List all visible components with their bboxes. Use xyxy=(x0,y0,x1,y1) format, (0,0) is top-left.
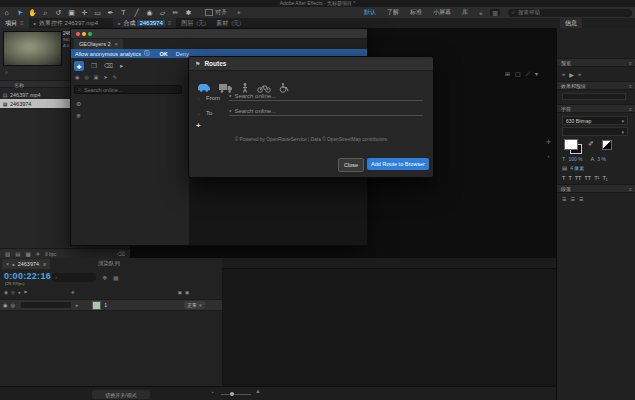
pan-behind-tool-icon[interactable]: ✛ xyxy=(78,7,91,18)
shape-tool-icon[interactable]: ▭ xyxy=(91,7,104,18)
eraser-tool-icon[interactable]: ▱ xyxy=(156,7,169,18)
camera-tool-icon[interactable]: ▣ xyxy=(65,7,78,18)
fill-color-swatch[interactable] xyxy=(564,139,578,150)
tab-project[interactable]: 项目 ≡ xyxy=(0,18,29,28)
trash-icon[interactable]: ⌫ xyxy=(117,251,125,257)
viewer-edge-icon-1[interactable]: ✛ xyxy=(546,138,551,145)
duplicate-icon[interactable]: ❐ xyxy=(91,62,97,70)
settings-gear-icon[interactable]: ⚙ xyxy=(76,100,81,107)
from-search-input[interactable]: ● Search online... xyxy=(229,91,423,101)
eyedropper-icon[interactable]: ✐ xyxy=(588,140,594,148)
brush-tool-icon[interactable]: ╱ xyxy=(130,7,143,18)
project-depth-label[interactable]: 8 bpc xyxy=(45,252,56,257)
add-route-to-browser-button[interactable]: Add Route to Browser xyxy=(367,158,429,170)
render-queue-tab[interactable]: 渲染队列 xyxy=(98,260,120,267)
effects-search-input[interactable] xyxy=(562,93,626,100)
workspace-tab-learn[interactable]: 了解 xyxy=(387,8,399,17)
section-character[interactable]: 字符 ≡ xyxy=(557,104,635,113)
timeline-search-input[interactable]: ⌕ xyxy=(52,273,96,282)
lock-column-icon[interactable]: ⚑ xyxy=(24,290,28,295)
faux-italic-icon[interactable]: T xyxy=(568,175,571,181)
align-left-icon[interactable]: ☰ xyxy=(562,196,570,202)
snap-icon[interactable]: ⌖ xyxy=(237,9,241,17)
tracking-value[interactable]: 3 % xyxy=(597,156,606,162)
composition-mini-flowchart-icon[interactable]: ❖ xyxy=(102,274,107,281)
align-checkbox[interactable] xyxy=(205,9,213,16)
faux-bold-icon[interactable]: T xyxy=(562,175,565,181)
section-effects-presets[interactable]: 效果和预设 ≡ xyxy=(557,81,635,90)
small-caps-icon[interactable]: TT xyxy=(584,175,591,181)
panel-box-icon[interactable]: ▥ xyxy=(490,9,500,16)
layer-label-chip[interactable] xyxy=(92,301,101,310)
timeline-zoom-slider[interactable] xyxy=(221,394,251,395)
interpret-footage-icon[interactable]: ▨ xyxy=(5,251,10,257)
freeze-icon[interactable]: ❄ xyxy=(76,112,81,119)
tab-composition[interactable]: ■ 合成 2463974 ≡ xyxy=(113,18,176,28)
switches-icon[interactable]: ▣ xyxy=(178,290,182,295)
workspace-tab-standard[interactable]: 标准 xyxy=(410,8,422,17)
to-search-input[interactable]: ● Search online... xyxy=(229,106,423,116)
help-search-input[interactable]: ⌕ 搜索帮助 xyxy=(508,9,632,17)
workspace-tab-libraries[interactable]: 库 xyxy=(462,8,468,17)
ruler-icon[interactable]: ⟋ xyxy=(526,71,535,77)
workspace-tab-default[interactable]: 默认 xyxy=(364,8,376,17)
pen-tool-icon[interactable]: ✒ xyxy=(104,7,117,18)
circle-draw-icon[interactable]: ◎ xyxy=(84,74,88,80)
close-window-icon[interactable] xyxy=(76,32,80,36)
layer-name-field[interactable] xyxy=(21,302,71,308)
add-layer-icon[interactable]: ✚ xyxy=(74,61,84,71)
new-folder-icon[interactable]: ▤ xyxy=(15,251,20,257)
all-caps-icon[interactable]: TT xyxy=(575,175,582,181)
home-tool-icon[interactable]: ⌂ xyxy=(0,7,13,18)
puppet-pin-tool-icon[interactable]: ✱ xyxy=(182,7,195,18)
close-icon[interactable]: × xyxy=(114,41,117,47)
point-draw-icon[interactable]: ◉ xyxy=(75,74,79,80)
geolayers-search-input[interactable]: ⌕ Search online... xyxy=(74,85,182,94)
superscript-icon[interactable]: T¹ xyxy=(594,175,599,181)
timeline-ruler[interactable] xyxy=(222,258,562,269)
pen-icon[interactable]: ✎ xyxy=(113,74,117,80)
font-family-dropdown[interactable]: 630 Bitmap ▾ xyxy=(562,116,628,125)
panel-menu-icon[interactable]: ≡ xyxy=(629,83,632,89)
panel-menu-icon[interactable]: ≡ xyxy=(629,60,632,66)
analytics-deny-button[interactable]: Deny xyxy=(176,51,189,57)
layer-visibility-icon[interactable]: ◉ xyxy=(3,302,7,308)
close-button[interactable]: Close xyxy=(338,158,364,172)
new-composition-icon[interactable]: ▦ xyxy=(25,251,30,257)
delete-icon[interactable]: ⌫ xyxy=(104,62,113,70)
viewer-edge-icon-2[interactable]: ◔ xyxy=(546,154,550,160)
current-timecode[interactable]: 0:00:22:16 xyxy=(4,271,51,281)
routes-header[interactable]: ⚑ Routes xyxy=(189,57,433,71)
zoom-slider-knob[interactable] xyxy=(230,392,234,396)
toggle-switches-modes-button[interactable]: 切换开关/模式 xyxy=(92,390,150,399)
adjust-icon[interactable]: ✈ xyxy=(36,251,41,257)
timeline-layer-row[interactable]: ◉ ◎ ▸ 1 正常 ▾ xyxy=(0,299,222,311)
blend-mode-dropdown[interactable]: 正常 ▾ xyxy=(184,301,205,309)
previous-frame-icon[interactable]: « xyxy=(562,71,569,77)
layer-audio-icon[interactable]: ◎ xyxy=(10,302,14,308)
section-preview[interactable]: 预览 ≡ xyxy=(557,58,635,67)
zoom-in-mountain-icon[interactable]: ▲ xyxy=(255,388,261,394)
geolayers-tab[interactable]: GEOlayers 2 × xyxy=(74,39,123,49)
minimize-window-icon[interactable] xyxy=(82,32,86,36)
info-icon[interactable]: ⓘ xyxy=(144,50,150,57)
rect-draw-icon[interactable]: ▣ xyxy=(94,74,99,80)
close-icon[interactable]: × xyxy=(6,261,9,267)
run-icon[interactable]: ▸ xyxy=(120,62,123,70)
orbit-tool-icon[interactable]: ↺ xyxy=(52,7,65,18)
marker-icon[interactable]: ❖ xyxy=(71,290,75,295)
audio-column-icon[interactable]: ◎ xyxy=(11,290,15,295)
tab-footage[interactable]: 素材 (无) xyxy=(211,18,246,28)
grid-icon[interactable]: ⊞ xyxy=(505,71,515,77)
zoom-out-mountain-icon[interactable]: ▪ xyxy=(212,389,214,395)
zoom-tool-icon[interactable]: ⌕ xyxy=(39,7,52,18)
text-tool-icon[interactable]: T xyxy=(117,7,130,18)
section-paragraph[interactable]: 段落 ≡ xyxy=(557,184,635,193)
timeline-track-area[interactable] xyxy=(222,258,562,400)
video-column-icon[interactable]: ◉ xyxy=(4,290,8,295)
panel-menu-icon[interactable]: ≡ xyxy=(43,261,46,267)
analytics-ok-button[interactable]: OK xyxy=(160,51,168,57)
play-icon[interactable]: ▶ xyxy=(569,71,578,78)
hand-tool-icon[interactable]: ✋ xyxy=(26,7,39,18)
modes-icon[interactable]: ▣ xyxy=(185,290,189,295)
